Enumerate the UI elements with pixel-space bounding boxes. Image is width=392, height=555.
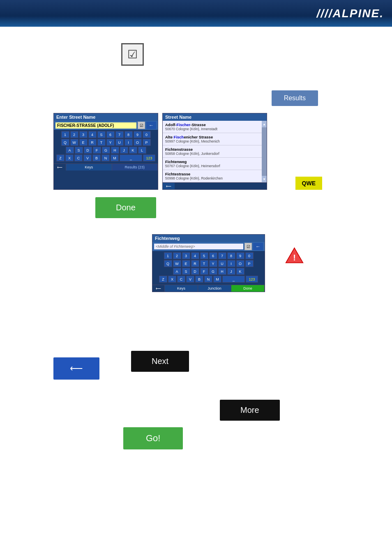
key-7[interactable]: 7 xyxy=(115,131,124,138)
back-arrow-button[interactable]: ⟵ xyxy=(53,357,99,380)
fichtenweg-checkbox[interactable]: ☑ xyxy=(244,243,252,250)
scrollbar-up[interactable]: ▲ xyxy=(262,121,267,127)
key-u[interactable]: U xyxy=(115,139,124,146)
key-p[interactable]: P xyxy=(143,139,151,146)
key-j[interactable]: J xyxy=(120,147,128,154)
key-c[interactable]: C xyxy=(74,154,83,161)
fw-key-u[interactable]: U xyxy=(218,260,226,267)
fw-key-r[interactable]: R xyxy=(191,260,199,267)
fw-back-btn[interactable]: ⟵ xyxy=(152,285,165,292)
street-item-1[interactable]: Alte Fischenicher Strasse 50997 Cologne … xyxy=(163,133,262,145)
fichtenweg-input[interactable]: <Middle of Fichtenweg> xyxy=(154,244,243,249)
key-b[interactable]: B xyxy=(92,154,101,161)
key-8[interactable]: 8 xyxy=(125,131,133,138)
fw-key-123[interactable]: 123 xyxy=(246,276,258,283)
panel-left-keys[interactable]: Keys xyxy=(66,164,112,170)
street-item-4[interactable]: Fichtestrasse 50998 Cologne (Köln), Rode… xyxy=(163,170,262,182)
key-9[interactable]: 9 xyxy=(134,131,142,138)
key-f[interactable]: F xyxy=(93,147,101,154)
fw-key-g[interactable]: G xyxy=(209,268,217,275)
fw-key-3[interactable]: 3 xyxy=(182,252,190,259)
fw-key-v[interactable]: V xyxy=(186,276,194,283)
fw-key-2[interactable]: 2 xyxy=(173,252,181,259)
fw-key-0[interactable]: 0 xyxy=(245,252,254,259)
fw-junction-btn[interactable]: Junction xyxy=(198,285,231,292)
fw-key-k[interactable]: K xyxy=(236,268,244,275)
next-button[interactable]: Next xyxy=(131,351,189,372)
fw-key-x[interactable]: X xyxy=(168,276,176,283)
key-2[interactable]: 2 xyxy=(70,131,78,138)
key-x[interactable]: X xyxy=(65,154,74,161)
fw-key-4[interactable]: 4 xyxy=(191,252,199,259)
fw-key-7[interactable]: 7 xyxy=(218,252,226,259)
fw-key-c[interactable]: C xyxy=(177,276,185,283)
fw-key-e[interactable]: E xyxy=(182,260,190,267)
fw-key-d[interactable]: D xyxy=(191,268,199,275)
key-y[interactable]: Y xyxy=(106,139,115,146)
panel-left-back[interactable]: ⟵ xyxy=(54,164,66,170)
key-q[interactable]: Q xyxy=(61,139,69,146)
fw-done-btn[interactable]: Done xyxy=(231,285,265,292)
panel-right-back[interactable]: ⟵ xyxy=(163,183,175,189)
fw-keys-btn[interactable]: Keys xyxy=(165,285,198,292)
fw-key-8[interactable]: 8 xyxy=(227,252,235,259)
fw-key-m[interactable]: M xyxy=(213,276,221,283)
key-v[interactable]: V xyxy=(83,154,92,161)
done-button[interactable]: Done xyxy=(95,197,156,218)
fw-key-space[interactable]: _ xyxy=(222,276,245,283)
key-6[interactable]: 6 xyxy=(106,131,115,138)
key-t[interactable]: T xyxy=(97,139,106,146)
fw-key-y[interactable]: Y xyxy=(209,260,217,267)
fw-key-a[interactable]: A xyxy=(173,268,181,275)
key-0[interactable]: 0 xyxy=(143,131,151,138)
street-item-0[interactable]: Adolf-Fischer-Strasse 50670 Cologne (Köl… xyxy=(163,121,262,133)
backspace-button[interactable]: ← xyxy=(146,122,156,129)
key-i[interactable]: I xyxy=(125,139,133,146)
qwe-button[interactable]: QWE xyxy=(295,177,322,190)
key-123[interactable]: 123 xyxy=(143,154,155,161)
input-checkbox[interactable]: ☑ xyxy=(138,122,145,129)
panel-left-results[interactable]: Results (23) xyxy=(112,164,158,170)
key-l[interactable]: L xyxy=(138,147,146,154)
results-button[interactable]: Results xyxy=(272,90,318,106)
fw-key-q[interactable]: Q xyxy=(164,260,172,267)
fw-key-b[interactable]: B xyxy=(195,276,203,283)
fw-key-h[interactable]: H xyxy=(218,268,226,275)
scrollbar-down[interactable]: ▼ xyxy=(262,176,267,182)
fw-key-n[interactable]: N xyxy=(204,276,212,283)
fw-key-s[interactable]: S xyxy=(182,268,190,275)
fw-key-1[interactable]: 1 xyxy=(164,252,172,259)
key-o[interactable]: O xyxy=(134,139,142,146)
fichtenweg-backspace[interactable]: ← xyxy=(253,243,263,250)
fw-key-o[interactable]: O xyxy=(236,260,244,267)
fw-key-z[interactable]: Z xyxy=(159,276,167,283)
fw-key-p[interactable]: P xyxy=(245,260,254,267)
street-input-display[interactable]: FISCHER-STRASSE (ADOLF) xyxy=(55,122,136,129)
key-k[interactable]: K xyxy=(129,147,137,154)
more-button[interactable]: More xyxy=(220,400,280,421)
key-s2[interactable]: S xyxy=(75,147,83,154)
street-item-3[interactable]: Fichtenweg 50767 Cologne (Köln), Heimers… xyxy=(163,158,262,170)
fw-key-j[interactable]: J xyxy=(227,268,235,275)
key-1[interactable]: 1 xyxy=(61,131,69,138)
fw-key-i[interactable]: I xyxy=(227,260,235,267)
key-g[interactable]: G xyxy=(102,147,110,154)
key-d[interactable]: D xyxy=(84,147,92,154)
key-3[interactable]: 3 xyxy=(79,131,88,138)
key-w[interactable]: W xyxy=(70,139,78,146)
key-r[interactable]: R xyxy=(88,139,97,146)
key-s[interactable]: S xyxy=(97,131,106,138)
key-space[interactable]: _ xyxy=(120,154,142,161)
fw-key-5[interactable]: 5 xyxy=(200,252,208,259)
fw-key-t[interactable]: T xyxy=(200,260,208,267)
key-e[interactable]: E xyxy=(79,139,88,146)
key-h[interactable]: H xyxy=(111,147,119,154)
key-z[interactable]: Z xyxy=(56,154,65,161)
fw-key-w[interactable]: W xyxy=(173,260,181,267)
street-item-2[interactable]: Fichtenstrasse 50858 Cologne (Köln), Jun… xyxy=(163,145,262,158)
key-m[interactable]: M xyxy=(111,154,119,161)
fw-key-9[interactable]: 9 xyxy=(236,252,244,259)
key-a[interactable]: A xyxy=(66,147,74,154)
key-4[interactable]: 4 xyxy=(88,131,97,138)
fw-key-6[interactable]: 6 xyxy=(209,252,217,259)
